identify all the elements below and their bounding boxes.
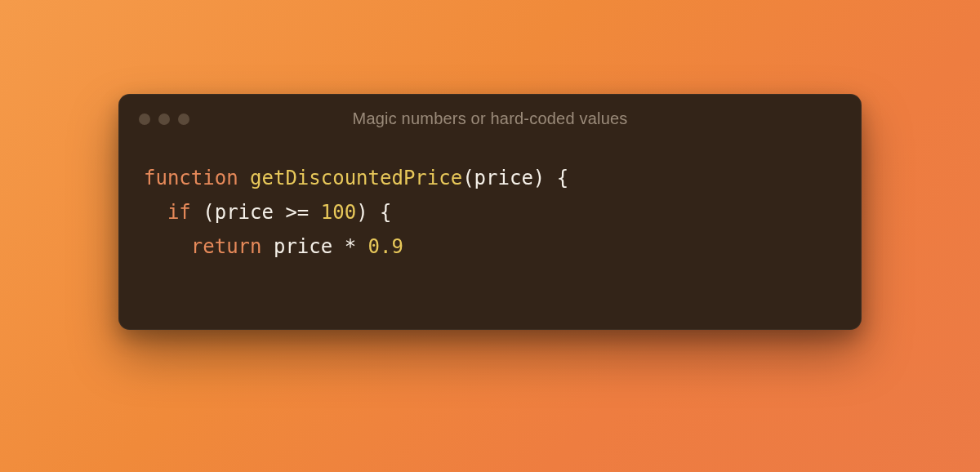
number-0-9: 0.9 — [368, 235, 403, 258]
keyword-return: return — [191, 235, 262, 258]
title-bar: Magic numbers or hard-coded values — [119, 95, 861, 145]
code-window: Magic numbers or hard-coded values funct… — [118, 94, 862, 330]
param-price: price — [474, 167, 533, 189]
window-title: Magic numbers or hard-coded values — [139, 109, 841, 128]
var-price-2: price — [274, 235, 332, 258]
number-100: 100 — [321, 201, 356, 224]
keyword-function: function — [144, 167, 238, 189]
close-icon[interactable] — [139, 114, 150, 125]
var-price: price — [215, 201, 274, 224]
maximize-icon[interactable] — [178, 114, 189, 125]
function-name: getDiscountedPrice — [250, 167, 462, 189]
code-line-1: function getDiscountedPrice(price) { — [144, 161, 836, 195]
code-line-3: return price * 0.9 — [144, 229, 836, 264]
traffic-lights — [139, 114, 189, 125]
code-line-2: if (price >= 100) { — [144, 195, 836, 229]
code-body: function getDiscountedPrice(price) { if … — [119, 145, 861, 329]
minimize-icon[interactable] — [158, 114, 170, 125]
keyword-if: if — [167, 201, 191, 224]
